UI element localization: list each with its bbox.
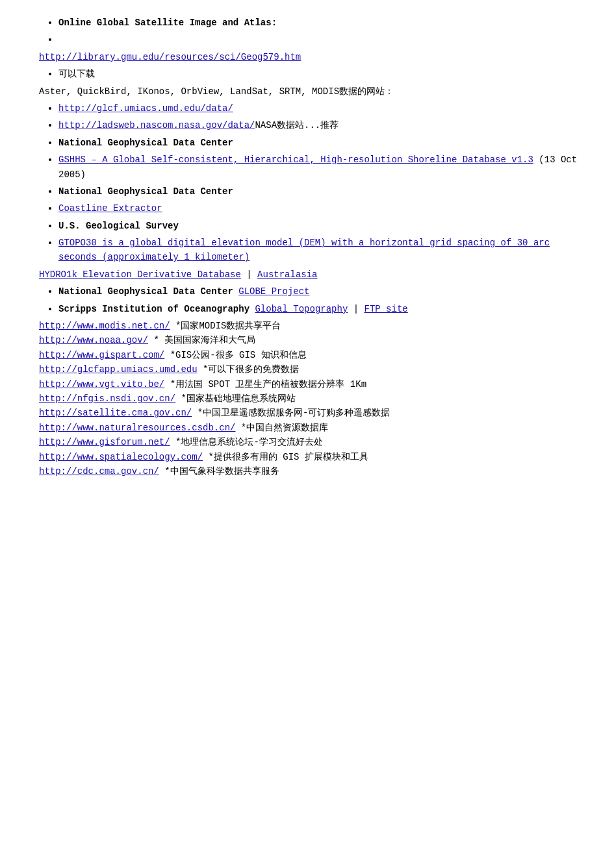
scripps-label: Scripps Institution of Oceanography: [58, 304, 249, 314]
modis-link[interactable]: http://www.modis.net.cn/: [39, 321, 170, 331]
ladsweb-link[interactable]: http://ladsweb.nascom.nasa.gov/data/: [58, 120, 255, 130]
library-link-container: http://library.gmu.edu/resources/sci/Geo…: [39, 50, 588, 64]
noaa-desc: * 美国国家海洋和大气局: [153, 335, 255, 345]
download-list: 可以下载: [39, 67, 588, 81]
satellite-cma-desc: *中国卫星遥感数据服务网-可订购多种遥感数据: [198, 408, 390, 418]
spatialecology-link[interactable]: http://www.spatialecology.com/: [39, 452, 203, 462]
globe-link[interactable]: GLOBE Project: [238, 286, 309, 297]
gtopo-item: GTOPO30 is a global digital elevation mo…: [58, 236, 588, 265]
naturalresources-row: http://www.naturalresources.csdb.cn/ *中国…: [39, 421, 588, 435]
gisforum-desc: *地理信息系统论坛-学习交流好去处: [175, 437, 323, 447]
glcfapp-row: http://glcfapp.umiacs.umd.edu *可以下很多的免费数…: [39, 362, 588, 377]
ngdc1-item: National Geophysical Data Center: [58, 136, 588, 150]
glcf-link[interactable]: http://glcf.umiacs.umd.edu/data/: [58, 103, 233, 114]
naturalresources-desc: *中国自然资源数据库: [241, 423, 328, 433]
download-label: 可以下载: [58, 69, 95, 79]
extra-links-container: http://www.modis.net.cn/ *国家MODIS数据共享平台 …: [39, 319, 588, 478]
ngdc1-label: National Geophysical Data Center: [58, 138, 233, 148]
blank-bullet: [58, 32, 588, 47]
gshhs-item: GSHHS – A Global Self-consistent, Hierar…: [58, 153, 588, 182]
nfgis-desc: *国家基础地理信息系统网站: [181, 393, 295, 404]
glcfapp-desc: *可以下很多的免费数据: [203, 364, 299, 375]
ngdc1-list: National Geophysical Data Center GSHHS –…: [39, 136, 588, 182]
ladsweb-item: http://ladsweb.nascom.nasa.gov/data/NASA…: [58, 118, 588, 132]
noaa-row: http://www.noaa.gov/ * 美国国家海洋和大气局: [39, 333, 588, 347]
global-topo-link[interactable]: Global Topography: [255, 304, 348, 314]
modis-row: http://www.modis.net.cn/ *国家MODIS数据共享平台: [39, 319, 588, 333]
gisforum-row: http://www.gisforum.net/ *地理信息系统论坛-学习交流好…: [39, 435, 588, 449]
ngdc3-list: National Geophysical Data Center GLOBE P…: [39, 284, 588, 316]
download-desc: Aster, QuickBird, IKonos, OrbView, LandS…: [39, 84, 588, 99]
ngdc2-item: National Geophysical Data Center: [58, 184, 588, 199]
coastline-link[interactable]: Coastline Extractor: [58, 203, 162, 214]
gispart-desc: *GIS公园-很多 GIS 知识和信息: [170, 350, 307, 360]
noaa-link[interactable]: http://www.noaa.gov/: [39, 335, 148, 345]
ftp-link[interactable]: FTP site: [365, 304, 408, 314]
gispart-link[interactable]: http://www.gispart.com/: [39, 350, 164, 360]
ladsweb-suffix: NASA数据站...推荐: [255, 120, 339, 130]
gshhs-link[interactable]: GSHHS – A Global Self-consistent, Hierar…: [58, 155, 533, 165]
ngdc2-label: National Geophysical Data Center: [58, 186, 233, 197]
gtopo-link[interactable]: GTOPO30 is a global digital elevation mo…: [58, 238, 550, 262]
ngdc3-item: National Geophysical Data Center GLOBE P…: [58, 284, 588, 299]
data-links-list: http://glcf.umiacs.umd.edu/data/ http://…: [39, 101, 588, 133]
gisforum-link[interactable]: http://www.gisforum.net/: [39, 437, 170, 447]
australasia-link[interactable]: Australasia: [257, 269, 317, 280]
naturalresources-link[interactable]: http://www.naturalresources.csdb.cn/: [39, 423, 235, 433]
main-list: Online Global Satellite Image and Atlas:: [39, 16, 588, 47]
content-area: 🗑 主人已删除 Online Global Satellite Image an…: [39, 16, 588, 478]
usgs-label: U.S. Geological Survey: [58, 221, 179, 231]
pipe-separator: |: [246, 269, 257, 280]
coastline-item: Coastline Extractor: [58, 201, 588, 216]
hydro-container: HYDRO1k Elevation Derivative Database | …: [39, 267, 588, 282]
online-global-item: Online Global Satellite Image and Atlas:: [58, 16, 588, 30]
cdc-cma-desc: *中国气象科学数据共享服务: [164, 466, 279, 477]
vgt-link[interactable]: http://www.vgt.vito.be/: [39, 379, 164, 390]
gispart-row: http://www.gispart.com/ *GIS公园-很多 GIS 知识…: [39, 348, 588, 362]
vgt-row: http://www.vgt.vito.be/ *用法国 SPOT 卫星生产的植…: [39, 377, 588, 391]
glcf-item: http://glcf.umiacs.umd.edu/data/: [58, 101, 588, 116]
vgt-desc: *用法国 SPOT 卫星生产的植被数据分辨率 1Km: [170, 379, 366, 390]
hydro-link[interactable]: HYDRO1k Elevation Derivative Database: [39, 269, 241, 280]
satellite-cma-link[interactable]: http://satellite.cma.gov.cn/: [39, 408, 192, 418]
glcfapp-link[interactable]: http://glcfapp.umiacs.umd.edu: [39, 364, 198, 375]
download-item: 可以下载: [58, 67, 588, 81]
spatialecology-desc: *提供很多有用的 GIS 扩展模块和工具: [208, 452, 368, 462]
usgs-item: U.S. Geological Survey: [58, 219, 588, 233]
nfgis-row: http://nfgis.nsdi.gov.cn/ *国家基础地理信息系统网站: [39, 391, 588, 406]
cdc-cma-link[interactable]: http://cdc.cma.gov.cn/: [39, 466, 159, 477]
online-global-title: Online Global Satellite Image and Atlas:: [58, 18, 277, 28]
ngdc2-list: National Geophysical Data Center Coastli…: [39, 184, 588, 265]
satellite-cma-row: http://satellite.cma.gov.cn/ *中国卫星遥感数据服务…: [39, 406, 588, 420]
library-link[interactable]: http://library.gmu.edu/resources/sci/Geo…: [39, 52, 301, 62]
ngdc3-label: National Geophysical Data Center: [58, 286, 233, 297]
cdc-cma-row: http://cdc.cma.gov.cn/ *中国气象科学数据共享服务: [39, 464, 588, 478]
nfgis-link[interactable]: http://nfgis.nsdi.gov.cn/: [39, 393, 175, 404]
pipe2: |: [353, 304, 365, 314]
modis-desc: *国家MODIS数据共享平台: [175, 321, 281, 331]
scripps-item: Scripps Institution of Oceanography Glob…: [58, 302, 588, 316]
spatialecology-row: http://www.spatialecology.com/ *提供很多有用的 …: [39, 450, 588, 464]
